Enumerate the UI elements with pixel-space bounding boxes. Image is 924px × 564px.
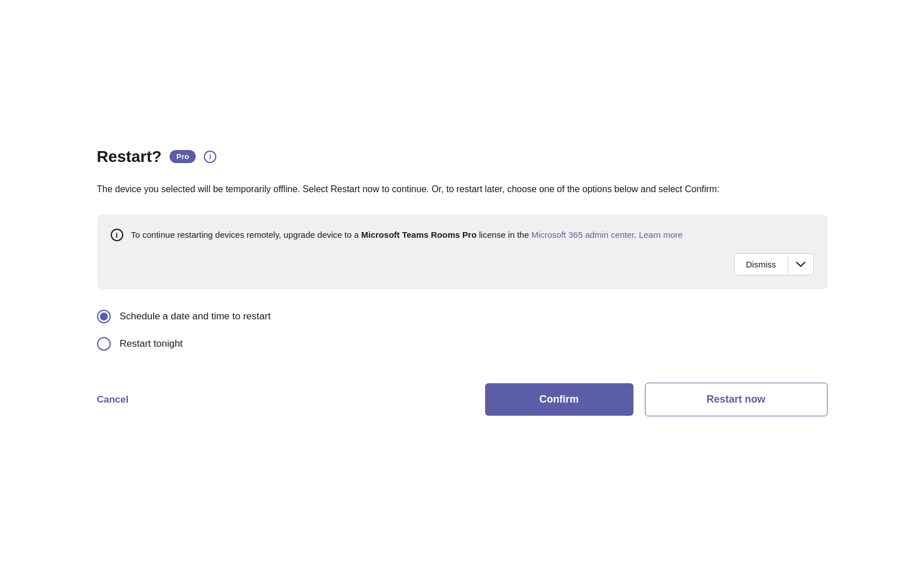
pro-badge: Pro xyxy=(170,150,196,163)
banner-content: i To continue restarting devices remotel… xyxy=(111,228,814,242)
cancel-button[interactable]: Cancel xyxy=(97,394,129,405)
radio-schedule[interactable] xyxy=(97,310,111,323)
title-row: Restart? Pro i xyxy=(97,148,828,166)
radio-option-schedule[interactable]: Schedule a date and time to restart xyxy=(97,310,828,323)
info-icon[interactable]: i xyxy=(204,151,216,163)
confirm-button[interactable]: Confirm xyxy=(485,383,634,416)
restart-now-button[interactable]: Restart now xyxy=(645,383,828,416)
info-banner: i To continue restarting devices remotel… xyxy=(97,214,828,289)
admin-center-link[interactable]: Microsoft 365 admin center xyxy=(531,230,634,240)
restart-dialog: Restart? Pro i The device you selected w… xyxy=(63,120,862,444)
dismiss-row: Dismiss xyxy=(111,253,814,275)
footer-actions: Confirm Restart now xyxy=(485,383,828,416)
banner-text: To continue restarting devices remotely,… xyxy=(131,228,683,242)
learn-more-link[interactable]: Learn more xyxy=(639,230,683,240)
footer: Cancel Confirm Restart now xyxy=(97,383,828,416)
banner-info-icon: i xyxy=(111,229,123,241)
radio-option-tonight[interactable]: Restart tonight xyxy=(97,337,828,351)
dialog-title: Restart? xyxy=(97,148,162,166)
radio-inner-schedule xyxy=(100,313,108,320)
radio-label-schedule: Schedule a date and time to restart xyxy=(120,311,271,322)
radio-group: Schedule a date and time to restart Rest… xyxy=(97,310,828,351)
dismiss-label[interactable]: Dismiss xyxy=(735,254,788,275)
dismiss-button[interactable]: Dismiss xyxy=(734,253,814,275)
radio-label-tonight: Restart tonight xyxy=(120,338,183,350)
radio-tonight[interactable] xyxy=(97,337,111,351)
chevron-down-icon[interactable] xyxy=(788,256,813,273)
description-text: The device you selected will be temporar… xyxy=(97,182,782,197)
